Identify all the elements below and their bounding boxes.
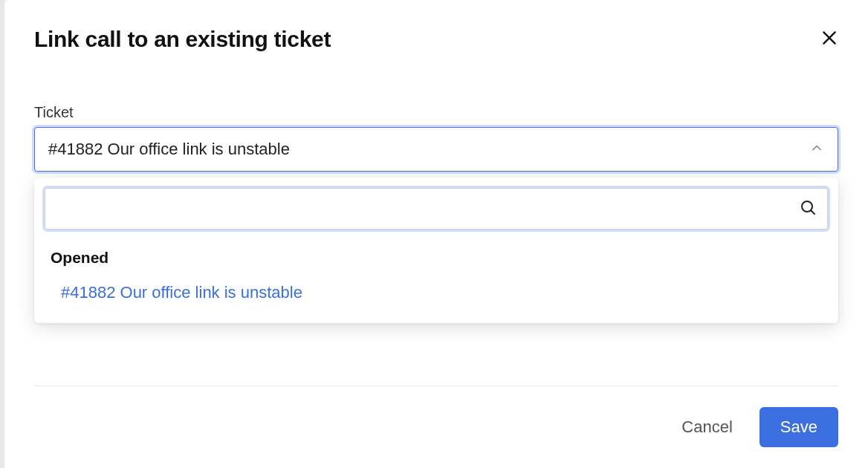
- ticket-search-wrapper: [45, 188, 828, 230]
- chevron-up-icon: [809, 140, 824, 158]
- search-icon: [799, 198, 817, 219]
- modal-footer: Cancel Save: [34, 386, 838, 447]
- ticket-select-value: #41882 Our office link is unstable: [48, 140, 290, 159]
- ticket-field-label: Ticket: [34, 104, 838, 121]
- close-icon: [820, 28, 839, 50]
- modal-header: Link call to an existing ticket: [34, 27, 838, 52]
- save-button[interactable]: Save: [760, 407, 838, 447]
- dropdown-group-label: Opened: [51, 249, 828, 267]
- ticket-dropdown-popup: Opened #41882 Our office link is unstabl…: [34, 178, 838, 323]
- close-button[interactable]: [816, 25, 843, 52]
- cancel-button[interactable]: Cancel: [676, 410, 738, 444]
- link-call-modal: Link call to an existing ticket Ticket #…: [4, 0, 868, 468]
- ticket-search-input[interactable]: [56, 189, 799, 229]
- svg-line-3: [812, 211, 815, 215]
- ticket-option[interactable]: #41882 Our office link is unstable: [45, 276, 828, 310]
- modal-title: Link call to an existing ticket: [34, 27, 331, 52]
- ticket-select[interactable]: #41882 Our office link is unstable: [34, 127, 838, 172]
- ticket-select-wrapper: #41882 Our office link is unstable Opene…: [34, 127, 838, 172]
